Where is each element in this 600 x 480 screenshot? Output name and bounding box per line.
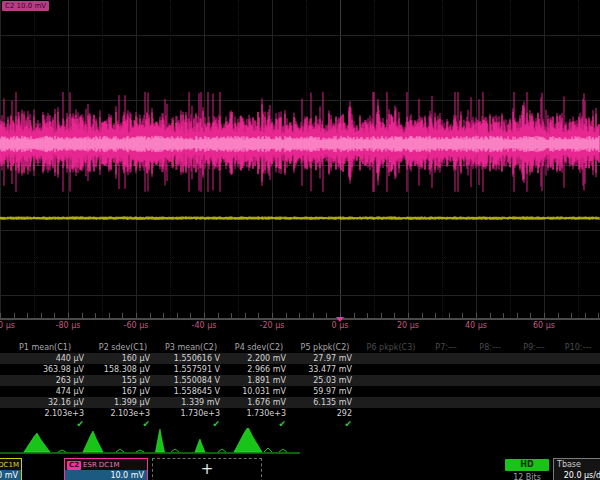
add-trace-button[interactable]: +	[152, 458, 262, 480]
time-axis-label: -40 µs	[192, 321, 217, 330]
measure-cell	[556, 408, 600, 419]
time-axis-label: 20 µs	[397, 321, 419, 330]
measure-header-3[interactable]: P3 mean(C2)	[156, 342, 226, 353]
c1-trace	[0, 216, 599, 220]
measure-header-4[interactable]: P4 sdev(C2)	[226, 342, 292, 353]
measure-cell	[512, 375, 556, 386]
measure-header-10[interactable]: P10:---	[556, 342, 600, 353]
measure-cell	[424, 408, 468, 419]
channel-descriptor-c2[interactable]: C2 ESR DC1M 10.0 mV	[64, 458, 148, 480]
histicon-peaks	[24, 428, 262, 452]
measure-cell	[468, 364, 512, 375]
measure-header-5[interactable]: P5 pkpk(C2)	[292, 342, 358, 353]
channel-descriptor-c1[interactable]: C1 DC1M 10.0 mV	[0, 458, 22, 480]
c1-coupling: DC1M	[0, 461, 19, 470]
measure-cell: 363.98 µV	[0, 364, 90, 375]
status-check-icon	[468, 419, 512, 430]
measure-cell: 10.031 mV	[226, 386, 292, 397]
measure-cell	[358, 364, 424, 375]
time-axis-label: 0 µs	[332, 321, 349, 330]
measure-cell: 155 µV	[90, 375, 156, 386]
measure-cell: 167 µV	[90, 386, 156, 397]
measure-cell	[556, 375, 600, 386]
measure-cell	[424, 353, 468, 364]
bottom-bar: C1 DC1M 10.0 mV C2 ESR DC1M 10.0 mV + HD…	[0, 457, 600, 480]
waveform-grid: C2 10.0 mV	[0, 0, 600, 320]
histicon-strip	[0, 428, 340, 456]
time-axis-label: 60 µs	[533, 321, 555, 330]
c2-tag: ESR	[83, 461, 97, 470]
measure-cell	[468, 353, 512, 364]
measure-cell	[468, 397, 512, 408]
measure-cell	[556, 364, 600, 375]
measure-cell	[424, 364, 468, 375]
measure-row: 263 µV155 µV1.550084 V1.891 mV25.03 mV	[0, 375, 600, 386]
measure-cell: 25.03 mV	[292, 375, 358, 386]
measure-cell: 158.308 µV	[90, 364, 156, 375]
time-axis-label: -80 µs	[56, 321, 81, 330]
time-axis-labels: -100 µs-80 µs-60 µs-40 µs-20 µs0 µs20 µs…	[0, 320, 600, 334]
measure-header-1[interactable]: P1 mean(C1)	[0, 342, 90, 353]
measure-cell: 1.730e+3	[226, 408, 292, 419]
measure-row: 474 µV167 µV1.558645 V10.031 mV59.97 mV	[0, 386, 600, 397]
measure-cell	[468, 386, 512, 397]
time-axis-label: 40 µs	[465, 321, 487, 330]
measure-cell: 1.550084 V	[156, 375, 226, 386]
time-axis-label: -20 µs	[260, 321, 285, 330]
measure-cell: 2.103e+3	[90, 408, 156, 419]
measure-header-7[interactable]: P7:---	[424, 342, 468, 353]
timebase-value: 20.0 µs/div	[554, 470, 600, 480]
status-check-icon	[424, 419, 468, 430]
c1-vdiv-field[interactable]: 10.0 mV	[0, 470, 21, 480]
measure-table: P1 mean(C1)P2 sdev(C1)P3 mean(C2)P4 sdev…	[0, 342, 600, 430]
measure-cell	[424, 397, 468, 408]
measure-cell: 6.135 mV	[292, 397, 358, 408]
measure-cell: 2.200 mV	[226, 353, 292, 364]
measure-row: 363.98 µV158.308 µV1.557591 V2.966 mV33.…	[0, 364, 600, 375]
measure-cell	[512, 408, 556, 419]
status-check-icon	[512, 419, 556, 430]
measure-cell: 263 µV	[0, 375, 90, 386]
measure-cell: 32.16 µV	[0, 397, 90, 408]
measure-cell	[556, 353, 600, 364]
measure-header-8[interactable]: P8:---	[468, 342, 512, 353]
c2-vdiv-field[interactable]: 10.0 mV	[65, 470, 147, 480]
timebase-descriptor[interactable]: Tbase 20.0 µs/div	[553, 458, 600, 480]
measure-cell	[358, 408, 424, 419]
trigger-position-marker[interactable]	[336, 317, 344, 322]
measure-cell: 33.477 mV	[292, 364, 358, 375]
measure-cell: 2.966 mV	[226, 364, 292, 375]
measure-header-6[interactable]: P6 pkpk(C3)	[358, 342, 424, 353]
hd-badge: HD	[505, 459, 549, 471]
measure-cell	[358, 353, 424, 364]
trace-label-c2[interactable]: C2 10.0 mV	[2, 1, 49, 11]
measure-cell	[358, 386, 424, 397]
plus-icon: +	[201, 460, 214, 478]
measure-cell: 1.891 mV	[226, 375, 292, 386]
measure-cell: 160 µV	[90, 353, 156, 364]
measure-cell	[424, 375, 468, 386]
measure-cell: 1.557591 V	[156, 364, 226, 375]
measure-cell: 1.399 µV	[90, 397, 156, 408]
timebase-label: Tbase	[554, 459, 600, 470]
measure-cell	[512, 397, 556, 408]
measure-cell	[556, 386, 600, 397]
c2-coupling: DC1M	[99, 461, 120, 470]
hd-bits-label: 12 Bits	[505, 473, 549, 480]
measure-cell: 474 µV	[0, 386, 90, 397]
time-axis-label: -100 µs	[0, 321, 15, 330]
measure-cell	[556, 397, 600, 408]
measure-cell	[512, 353, 556, 364]
waveform-traces	[0, 0, 600, 320]
hd-indicator: HD 12 Bits	[505, 459, 549, 480]
measure-cell	[468, 375, 512, 386]
measure-row: 440 µV160 µV1.550616 V2.200 mV27.97 mV	[0, 353, 600, 364]
measure-cell	[468, 408, 512, 419]
measure-header-2[interactable]: P2 sdev(C1)	[90, 342, 156, 353]
c2-badge: C2	[67, 461, 81, 470]
measure-cell: 1.730e+3	[156, 408, 226, 419]
measure-cell	[512, 364, 556, 375]
measure-cell	[512, 386, 556, 397]
measure-cell: 1.558645 V	[156, 386, 226, 397]
measure-header-9[interactable]: P9:---	[512, 342, 556, 353]
